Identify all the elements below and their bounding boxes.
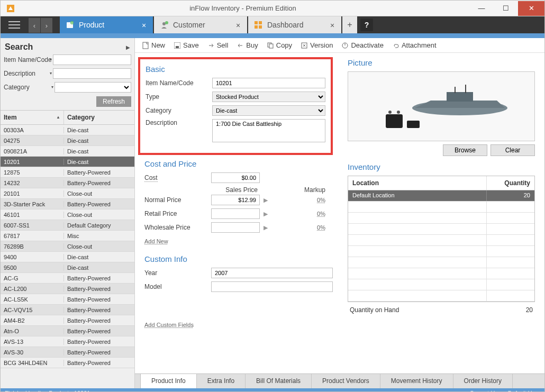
sidebar: Search ▶ Item Name/Code▾ Description▾ Ca… [1,38,135,388]
tab-dashboard[interactable]: Dashboard × [248,16,341,33]
maximize-button[interactable]: ☐ [494,1,518,16]
price-input[interactable] [211,222,260,233]
description-textarea[interactable] [212,119,325,142]
collapse-icon[interactable]: ▶ [126,44,130,50]
inv-header-quantity[interactable]: Quantity [487,176,534,190]
list-item[interactable]: 10201Die-cast [1,157,134,167]
arrow-icon[interactable]: ▶ [260,211,271,217]
list-item[interactable]: 20101Close-out [1,188,134,199]
tab-close-icon[interactable]: × [234,21,242,29]
list-item[interactable]: 14232Battery-Powered [1,178,134,188]
close-button[interactable]: ✕ [518,1,544,16]
bottom-tab[interactable]: Extra Info [197,374,246,388]
inv-header-location[interactable]: Location [348,176,487,190]
save-button[interactable]: Save [170,40,203,50]
section-custom-title: Custom Info [144,254,333,263]
table-row[interactable] [348,279,534,290]
year-input[interactable] [211,268,333,278]
tab-product[interactable]: + Product × [60,16,153,33]
arrow-icon[interactable]: ▶ [260,224,271,231]
table-row[interactable] [348,202,534,213]
refresh-button[interactable]: Refresh [96,96,131,107]
tab-customer[interactable]: Customer × [154,16,247,33]
help-button[interactable]: ? [360,19,373,31]
type-select[interactable]: Stocked Product [212,92,325,102]
table-row[interactable] [348,224,534,235]
list-item[interactable]: 46101Close-out [1,209,134,220]
new-tab-button[interactable]: + [342,16,357,33]
add-custom-fields-link[interactable]: Add Custom Fields [144,322,194,328]
version-button[interactable]: Version [297,40,337,50]
copy-button[interactable]: Copy [263,40,296,50]
list-item[interactable]: 3D-Starter PackBattery-Powered [1,199,134,209]
list-item[interactable]: 76289BClose-out [1,241,134,252]
list-item[interactable]: 6007-SS1Default Category [1,220,134,231]
svg-rect-1 [8,21,20,22]
price-input[interactable] [211,208,260,219]
price-input[interactable] [211,195,260,205]
clear-button[interactable]: Clear [490,144,535,156]
dropdown-icon[interactable]: ▾ [50,57,52,62]
table-row[interactable] [348,290,534,302]
category-select[interactable]: Die-cast [212,105,325,116]
search-category-select[interactable] [54,82,131,93]
list-item[interactable]: BCG 34HLD4ENBattery-Powered [1,358,134,368]
browse-button[interactable]: Browse [443,144,487,156]
dropdown-icon[interactable]: ▾ [50,71,52,76]
list-item[interactable]: AC-L200Battery-Powered [1,284,134,294]
sell-button[interactable]: Sell [204,40,232,50]
model-input[interactable] [211,281,333,292]
list-item[interactable]: AC-LS5KBattery-Powered [1,294,134,305]
bottom-tab[interactable]: Product Vendors [312,374,380,388]
list-item[interactable]: 12875Battery-Powered [1,167,134,178]
header-item[interactable]: Item▴ [1,111,64,124]
cost-input[interactable] [211,172,260,183]
markup-value[interactable]: 0% [271,211,333,217]
table-row[interactable] [348,235,534,246]
bottom-tab[interactable]: Product Info [140,373,197,388]
list-item[interactable]: 00303ADie-cast [1,125,134,135]
list-item[interactable]: 67817Misc [1,231,134,241]
menu-button[interactable] [1,21,28,29]
nav-back-button[interactable]: ‹ [29,18,40,33]
list-item[interactable]: 9500Die-cast [1,262,134,273]
header-category[interactable]: Category [64,111,134,124]
list-item[interactable]: AM4-B2Battery-Powered [1,315,134,326]
itemname-input[interactable] [212,78,325,88]
tab-close-icon[interactable]: × [140,21,148,29]
item-list[interactable]: 00303ADie-cast04275Die-cast090821ADie-ca… [1,125,134,388]
tab-label: Customer [173,21,234,29]
bottom-tab[interactable]: Order History [453,374,513,388]
search-itemname-input[interactable] [53,54,131,65]
list-item[interactable]: 090821ADie-cast [1,146,134,157]
dropdown-icon[interactable]: ▾ [51,85,53,89]
markup-value[interactable]: 0% [271,224,333,231]
table-row[interactable] [348,257,534,268]
bottom-tab[interactable]: Movement History [380,374,453,388]
buy-button[interactable]: Buy [233,40,261,50]
list-item[interactable]: AVS-13Battery-Powered [1,336,134,347]
minimize-button[interactable]: — [469,1,494,16]
tab-label: Dashboard [267,21,329,29]
markup-value[interactable]: 0% [271,197,333,203]
table-row[interactable] [348,246,534,257]
arrow-icon[interactable]: ▶ [260,197,271,204]
list-item[interactable]: Atn-OBattery-Powered [1,326,134,336]
table-row[interactable]: Default Location20 [348,190,534,202]
nav-forward-button[interactable]: › [41,18,52,33]
bottom-tab[interactable]: Bill Of Materials [246,374,312,388]
add-new-price-link[interactable]: Add New [144,238,168,244]
picture-box[interactable] [348,71,535,141]
list-item[interactable]: AC-GBattery-Powered [1,273,134,284]
search-description-input[interactable] [53,68,131,79]
list-item[interactable]: 04275Die-cast [1,135,134,146]
list-item[interactable]: AC-VQV15Battery-Powered [1,305,134,315]
deactivate-button[interactable]: Deactivate [338,40,387,50]
table-row[interactable] [348,213,534,224]
new-button[interactable]: New [138,40,169,50]
list-item[interactable]: 9400Die-cast [1,252,134,262]
tab-close-icon[interactable]: × [329,21,336,29]
attachment-button[interactable]: Attachment [388,40,440,50]
table-row[interactable] [348,268,534,279]
list-item[interactable]: AVS-30Battery-Powered [1,347,134,358]
